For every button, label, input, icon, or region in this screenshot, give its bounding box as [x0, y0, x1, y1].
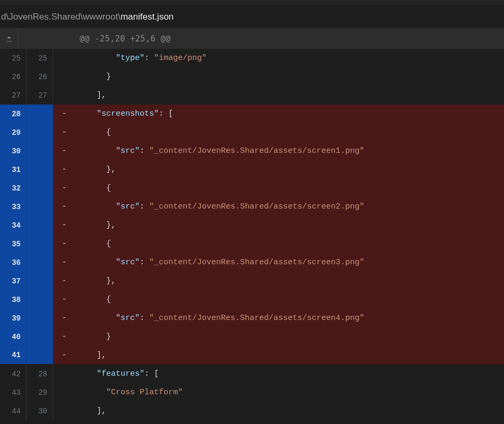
gutter-new-line [27, 105, 53, 123]
code-content: { [72, 184, 504, 193]
hunk-gutter-spacer [18, 29, 54, 49]
diff-line[interactable]: 36- "src": "_content/JovenRes.Shared/ass… [0, 253, 504, 272]
diff-line[interactable]: 41- ], [0, 346, 504, 365]
code-content: { [72, 128, 504, 137]
diff-marker: - [56, 202, 72, 211]
gutter-new-line [27, 216, 53, 235]
code-content: ], [72, 351, 504, 360]
code-content: } [72, 332, 504, 341]
gutter-new-line [27, 123, 53, 142]
file-path-prefix: d\JovenRes.Shared\wwwroot\ [1, 12, 121, 22]
gutter-new-line [27, 179, 53, 197]
gutter-new-line [27, 253, 53, 272]
gutter-old-line: 39 [0, 309, 27, 327]
gutter-new-line: 26 [27, 67, 53, 86]
code-content: "src": "_content/JovenRes.Shared/assets/… [72, 314, 504, 323]
expand-up-icon [5, 35, 13, 42]
gutter-new-line [27, 346, 53, 364]
diff-line[interactable]: 2727 ], [0, 86, 504, 105]
diff-marker: - [56, 332, 72, 341]
diff-line[interactable]: 4430 ], [0, 402, 504, 420]
gutter-old-line: 29 [0, 123, 27, 142]
gutter-new-line: 28 [27, 365, 53, 383]
diff-line[interactable]: 34- }, [0, 216, 504, 235]
code-content: "src": "_content/JovenRes.Shared/assets/… [72, 202, 504, 211]
code-content: "screenshots": [ [72, 109, 504, 118]
diff-marker: - [56, 109, 72, 118]
gutter-old-line: 42 [0, 365, 27, 383]
gutter-old-line: 43 [0, 383, 27, 402]
gutter-new-line [27, 272, 53, 290]
code-content: "src": "_content/JovenRes.Shared/assets/… [72, 258, 504, 267]
diff-line[interactable]: 2525 "type": "image/png" [0, 49, 504, 67]
diff-line[interactable]: 29- { [0, 123, 504, 142]
gutter-new-line [27, 327, 53, 346]
code-content: }, [72, 221, 504, 230]
gutter-separator [53, 49, 56, 67]
code-content: "type": "image/png" [72, 54, 504, 63]
gutter-old-line: 25 [0, 49, 27, 67]
gutter-old-line: 28 [0, 105, 27, 123]
gutter-new-line [27, 160, 53, 179]
diff-marker: - [56, 314, 72, 323]
file-path-bar: d\JovenRes.Shared\wwwroot\ manifest.json [0, 5, 504, 29]
gutter-new-line [27, 142, 53, 160]
diff-line[interactable]: 30- "src": "_content/JovenRes.Shared/ass… [0, 142, 504, 160]
gutter-old-line: 35 [0, 235, 27, 253]
code-content: }, [72, 165, 504, 174]
diff-line[interactable]: 31- }, [0, 160, 504, 179]
diff-line[interactable]: 4329 "Cross Platform" [0, 383, 504, 402]
expand-hunk-button[interactable] [0, 29, 18, 49]
diff-line[interactable]: 37- }, [0, 272, 504, 290]
diff-marker: - [56, 276, 72, 285]
code-content: { [72, 239, 504, 248]
diff-line[interactable]: 39- "src": "_content/JovenRes.Shared/ass… [0, 309, 504, 327]
diff-marker: - [56, 351, 72, 360]
code-content: }, [72, 276, 504, 285]
diff-marker: - [56, 295, 72, 304]
gutter-separator [53, 383, 56, 402]
diff-line[interactable]: 4228 "features": [ [0, 365, 504, 383]
diff-marker: - [56, 258, 72, 267]
hunk-header-text: @@ -25,20 +25,6 @@ [54, 34, 171, 44]
gutter-separator [53, 67, 56, 86]
gutter-old-line: 44 [0, 402, 27, 420]
diff-line[interactable]: 33- "src": "_content/JovenRes.Shared/ass… [0, 197, 504, 216]
diff-line[interactable]: 2626 } [0, 67, 504, 86]
diff-marker: - [56, 221, 72, 230]
code-content: ], [72, 91, 504, 100]
gutter-separator [53, 402, 56, 420]
gutter-new-line: 25 [27, 49, 53, 67]
code-content: "Cross Platform" [72, 388, 504, 397]
gutter-old-line: 31 [0, 160, 27, 179]
code-content: } [72, 72, 504, 81]
code-content: "features": [ [72, 369, 504, 378]
diff-line[interactable]: 40- } [0, 327, 504, 346]
gutter-old-line: 32 [0, 179, 27, 197]
diff-line[interactable]: 32- { [0, 179, 504, 197]
hunk-header-bar: @@ -25,20 +25,6 @@ [0, 29, 504, 49]
gutter-old-line: 34 [0, 216, 27, 235]
gutter-old-line: 38 [0, 290, 27, 309]
gutter-new-line [27, 309, 53, 327]
code-content: "src": "_content/JovenRes.Shared/assets/… [72, 146, 504, 155]
diff-line[interactable]: 35- { [0, 235, 504, 253]
diff-line[interactable]: 38- { [0, 290, 504, 309]
gutter-old-line: 37 [0, 272, 27, 290]
code-content: { [72, 295, 504, 304]
code-content: ], [72, 406, 504, 416]
gutter-new-line [27, 235, 53, 253]
diff-marker: - [56, 239, 72, 248]
window-top-strip [0, 0, 504, 5]
gutter-old-line: 36 [0, 253, 27, 272]
gutter-old-line: 41 [0, 346, 27, 364]
gutter-new-line [27, 290, 53, 309]
diff-line[interactable]: 28- "screenshots": [ [0, 105, 504, 123]
gutter-old-line: 33 [0, 197, 27, 216]
gutter-old-line: 40 [0, 327, 27, 346]
gutter-old-line: 30 [0, 142, 27, 160]
gutter-separator [53, 86, 56, 105]
diff-code-area[interactable]: 2525 "type": "image/png"2626 }2727 ],28-… [0, 49, 504, 420]
diff-marker: - [56, 146, 72, 155]
gutter-new-line: 30 [27, 402, 53, 420]
